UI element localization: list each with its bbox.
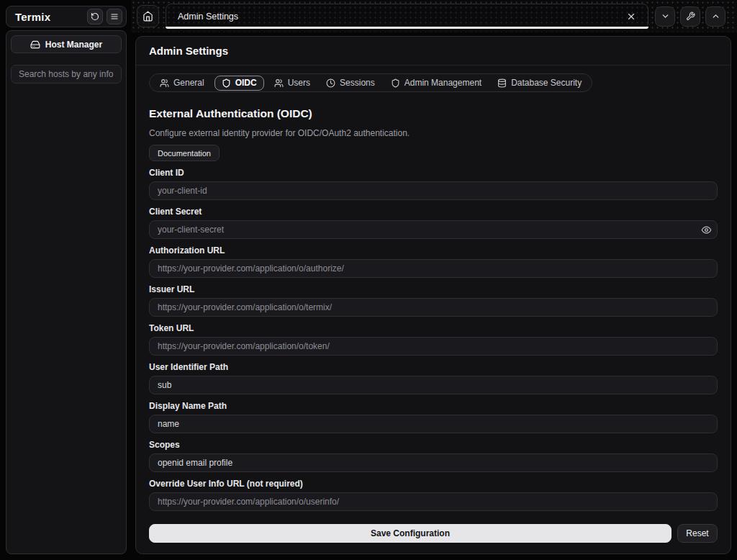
- field-client-id: Client ID: [149, 168, 718, 200]
- field-token-url: Token URL: [149, 324, 718, 356]
- tab-label: OIDC: [235, 78, 257, 88]
- tab-label: Users: [288, 78, 310, 88]
- toggle-secret-visibility-button[interactable]: [697, 222, 715, 238]
- field-label: Client ID: [149, 168, 718, 178]
- shield-icon: [222, 78, 231, 88]
- close-icon: [626, 12, 636, 22]
- admin-settings-panel: Admin Settings General OIDC Users Sessio…: [135, 36, 731, 554]
- field-display-name-path: Display Name Path: [149, 402, 718, 433]
- field-authorization-url: Authorization URL: [149, 246, 718, 278]
- chevron-down-button[interactable]: [655, 6, 675, 27]
- field-label: Client Secret: [149, 207, 718, 217]
- client-secret-input[interactable]: [149, 220, 718, 239]
- refresh-button[interactable]: [87, 9, 103, 24]
- user-identifier-path-input[interactable]: [149, 376, 718, 394]
- scopes-input[interactable]: [149, 453, 718, 472]
- field-client-secret: Client Secret: [149, 207, 718, 239]
- wrench-icon: [686, 12, 695, 21]
- menu-icon: [110, 12, 119, 21]
- field-label: Token URL: [149, 324, 718, 333]
- home-button[interactable]: [137, 5, 159, 27]
- topbar: Admin Settings: [131, 0, 737, 32]
- sidebar-header: Termix: [6, 6, 127, 27]
- oidc-section: External Authentication (OIDC) Configure…: [136, 107, 731, 554]
- form-actions: Save Configuration Reset: [149, 524, 718, 543]
- field-label: Scopes: [149, 441, 718, 450]
- active-tab-indicator: [166, 27, 648, 29]
- page-title: Admin Settings: [149, 45, 228, 57]
- host-manager-button[interactable]: Host Manager: [11, 35, 122, 53]
- database-icon: [497, 78, 507, 88]
- field-label: Authorization URL: [149, 246, 718, 256]
- tab-label: Admin Management: [404, 78, 481, 88]
- app-title: Termix: [15, 11, 50, 23]
- field-user-identifier-path: User Identifier Path: [149, 363, 718, 394]
- field-issuer-url: Issuer URL: [149, 285, 718, 317]
- tab-label: General: [173, 78, 204, 88]
- token-url-input[interactable]: [149, 337, 718, 356]
- authorization-url-input[interactable]: [149, 259, 718, 278]
- topbar-actions: [655, 6, 725, 27]
- admin-tools-button[interactable]: [680, 6, 700, 27]
- users-icon: [160, 78, 169, 88]
- override-userinfo-url-input[interactable]: [149, 492, 718, 511]
- chevron-up-button[interactable]: [705, 6, 725, 27]
- eye-icon: [701, 225, 712, 235]
- settings-tabs-row: General OIDC Users Sessions Admin Manage…: [136, 66, 731, 92]
- sidebar-header-actions: [87, 9, 122, 24]
- field-scopes: Scopes: [149, 441, 718, 472]
- panel-header: Admin Settings: [136, 37, 731, 66]
- menu-button[interactable]: [107, 9, 122, 24]
- home-icon: [143, 11, 153, 22]
- tab-label: Database Security: [511, 78, 582, 88]
- hard-drive-icon: [30, 40, 40, 50]
- clock-icon: [326, 78, 335, 88]
- field-label: Issuer URL: [149, 285, 718, 294]
- display-name-path-input[interactable]: [149, 415, 718, 433]
- host-manager-label: Host Manager: [45, 40, 102, 50]
- client-id-input[interactable]: [149, 181, 718, 200]
- documentation-button[interactable]: Documentation: [149, 145, 220, 161]
- tab-general[interactable]: General: [154, 76, 210, 90]
- tab-users[interactable]: Users: [268, 76, 316, 90]
- rotate-ccw-icon: [91, 12, 99, 21]
- tab-oidc[interactable]: OIDC: [214, 76, 264, 91]
- settings-tabs: General OIDC Users Sessions Admin Manage…: [149, 73, 592, 92]
- search-input[interactable]: [11, 65, 122, 83]
- issuer-url-input[interactable]: [149, 298, 718, 317]
- field-label: User Identifier Path: [149, 363, 718, 372]
- sidebar: Host Manager: [6, 30, 127, 554]
- close-tab-button[interactable]: [623, 9, 639, 24]
- users-icon: [274, 78, 284, 88]
- tab-label: Sessions: [340, 78, 375, 88]
- reset-button[interactable]: Reset: [677, 524, 718, 543]
- section-description: Configure external identity provider for…: [149, 129, 718, 138]
- field-label: Display Name Path: [149, 402, 718, 411]
- shield-icon: [391, 78, 400, 88]
- section-title: External Authentication (OIDC): [149, 107, 718, 120]
- save-configuration-button[interactable]: Save Configuration: [149, 524, 672, 543]
- tab-database-security[interactable]: Database Security: [492, 76, 587, 90]
- chevron-up-icon: [711, 12, 720, 21]
- tab-sessions[interactable]: Sessions: [320, 76, 381, 90]
- tab-admin-settings[interactable]: Admin Settings: [166, 4, 648, 29]
- field-label: Override User Info URL (not required): [149, 479, 718, 489]
- tab-title: Admin Settings: [178, 12, 238, 22]
- chevron-down-icon: [661, 12, 670, 21]
- field-override-userinfo-url: Override User Info URL (not required): [149, 479, 718, 511]
- tab-admin-management[interactable]: Admin Management: [385, 76, 487, 90]
